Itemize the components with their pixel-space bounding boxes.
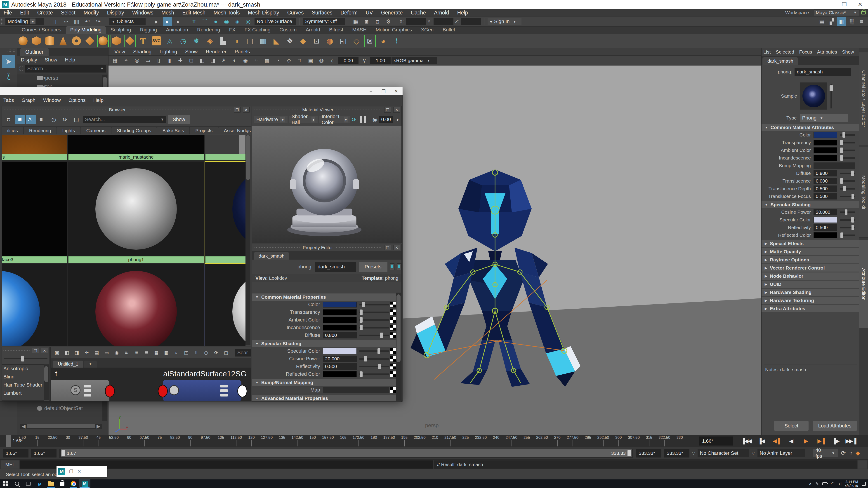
material-swatch-particlecloud1[interactable]: particleCloud1 <box>205 135 246 160</box>
poly-disc-icon[interactable] <box>97 35 109 47</box>
hypershade-menu-window[interactable]: Window <box>43 97 61 103</box>
step-forward-key-button[interactable]: ▶▐ <box>813 436 828 446</box>
maximize-button[interactable]: ❐ <box>836 0 852 9</box>
ae-section-extra-attributes[interactable]: ▶Extra Attributes <box>762 305 859 312</box>
ae-ambient-color-slider[interactable] <box>840 147 855 153</box>
node-output-port[interactable] <box>237 385 247 397</box>
lighting-icon[interactable]: ☀ <box>219 56 229 65</box>
menu-arnold[interactable]: Arnold <box>434 10 449 15</box>
pen-icon[interactable]: ✎ <box>815 481 819 486</box>
select-by-component-icon[interactable]: ▸ <box>174 17 183 26</box>
quad-draw-icon[interactable]: ⊡ <box>311 35 322 47</box>
browser-tab-rendering[interactable]: Rendering <box>24 127 57 134</box>
ae-section-node-behavior[interactable]: ▶Node Behavior <box>762 272 859 280</box>
material-swatch[interactable] <box>2 264 67 346</box>
toolbox-grip[interactable] <box>7 49 16 53</box>
shelf-tab-poly-modeling[interactable]: Poly Modeling <box>66 26 106 34</box>
close-panel-icon[interactable]: ✕ <box>393 245 400 250</box>
2d-pan-zoom-icon[interactable]: ▭ <box>143 56 153 65</box>
minimize-button[interactable]: – <box>820 0 836 9</box>
grid-toggle-icon[interactable]: ⌗ <box>295 56 305 65</box>
hypershade-minimize-button[interactable]: – <box>365 87 377 95</box>
menu-edit-mesh[interactable]: Edit Mesh <box>182 10 205 15</box>
target-weld-icon[interactable]: ◆ <box>297 35 309 47</box>
create-vscrollbar[interactable] <box>44 364 49 400</box>
texture-map-icon[interactable] <box>390 356 396 362</box>
exposure-field[interactable]: 0.00 <box>338 57 359 64</box>
go-to-start-button[interactable]: ▐◀◀ <box>739 436 754 446</box>
ae-translucence-depth-slider[interactable] <box>840 186 855 192</box>
side-tab-attribute-editor[interactable]: Attribute Editor <box>859 240 868 328</box>
image-plane-icon[interactable]: ◎ <box>132 56 142 65</box>
pe-reflected-color-slider[interactable] <box>360 371 389 377</box>
outliner-item-defaultObjectSet[interactable]: defaultObjectSet <box>17 404 83 413</box>
multisample-icon[interactable]: ▩ <box>262 56 272 65</box>
ambient-occlusion-icon[interactable]: ◉ <box>241 56 250 65</box>
texture-map-icon[interactable] <box>390 325 396 330</box>
outliner-search-input[interactable]: Search... ▼ <box>25 65 106 72</box>
pe-material-name-field[interactable]: dark_smash <box>315 262 356 272</box>
menu-create[interactable]: Create <box>37 10 53 15</box>
chevron-down-icon[interactable]: ▽ <box>692 451 695 455</box>
poly-plane-icon[interactable] <box>84 35 96 47</box>
menu-curves[interactable]: Curves <box>287 10 304 15</box>
menu-file[interactable]: File <box>4 10 12 15</box>
shelf-tab-rigging[interactable]: Rigging <box>135 26 162 34</box>
viewport-menu-show[interactable]: Show <box>185 49 197 55</box>
auto-keyframe-icon[interactable]: ◆ <box>856 450 860 457</box>
ne-input-output-icon[interactable]: ▣ <box>53 348 61 357</box>
script-editor-icon[interactable]: ≣ <box>858 460 867 468</box>
viewport-menu-panels[interactable]: Panels <box>235 49 250 55</box>
texture-map-icon[interactable] <box>390 348 396 354</box>
hud-icon[interactable]: ▣ <box>306 56 315 65</box>
playhead[interactable] <box>6 435 11 447</box>
playback-options-icon[interactable]: ⟳ <box>841 450 846 457</box>
shader-ball-preview[interactable] <box>252 126 401 243</box>
menu-surfaces[interactable]: Surfaces <box>312 10 333 15</box>
center-pivot-icon[interactable]: ❄ <box>191 35 202 47</box>
ae-color-swatch[interactable] <box>813 132 837 138</box>
material-swatch[interactable] <box>205 264 246 346</box>
ae-reflected-color-slider[interactable] <box>840 232 855 238</box>
material-swatch-mario-mustache[interactable]: mario_mustache <box>68 135 204 160</box>
show-output-connections-icon[interactable] <box>397 263 401 270</box>
volume-icon[interactable]: ◁ <box>838 481 841 486</box>
hypershade-close-button[interactable]: ✕ <box>390 87 403 95</box>
ipr-render-icon[interactable]: ◘ <box>373 17 382 26</box>
poly-sphere-icon[interactable] <box>17 35 29 47</box>
floating-mini-window[interactable]: M ❐ ✕ <box>57 466 107 477</box>
shelf-tab-bifrost[interactable]: Bifrost <box>324 26 348 34</box>
ae-diffuse-field[interactable]: 0.800 <box>813 170 837 176</box>
texture-map-icon[interactable] <box>390 332 396 338</box>
ae-menu-list[interactable]: List <box>763 49 771 55</box>
pe-map-field[interactable] <box>323 387 389 393</box>
pe-section-common-material-properties[interactable]: ▼Common Material Properties <box>252 293 396 301</box>
material-swatch-dark-smash[interactable]: dark_smash <box>205 162 246 263</box>
character-set-dropdown[interactable]: No Character Set <box>698 449 749 457</box>
taskbar-store-icon[interactable] <box>57 480 68 488</box>
pe-reflectivity-field[interactable]: 0.500 <box>323 363 357 369</box>
ae-menu-show[interactable]: Show <box>842 49 854 55</box>
ae-ambient-color-swatch[interactable] <box>813 147 837 153</box>
taskbar-clock[interactable]: 2:14 PM 4/3/2019 <box>845 480 858 488</box>
battery-icon[interactable] <box>822 482 827 485</box>
workspace-dropdown[interactable]: Maya Classic*▼ <box>814 9 859 16</box>
network-icon[interactable]: ◠ <box>831 481 835 486</box>
ne-bookmark-icon[interactable]: ◷ <box>202 348 211 357</box>
material-swatch-phong1[interactable]: phong1 <box>68 162 204 263</box>
svg-tool-icon[interactable]: SVG <box>151 35 162 47</box>
pe-color-slider[interactable] <box>360 301 389 308</box>
shelf-tab-animation[interactable]: Animation <box>161 26 193 34</box>
node-editor-search-input[interactable]: Sear <box>235 349 251 357</box>
isolate-select-icon[interactable]: ◇ <box>284 56 294 65</box>
swatch-size-slider[interactable] <box>2 354 49 363</box>
shelf-tab-fx[interactable]: FX <box>225 26 240 34</box>
float-panel-icon[interactable]: ❐ <box>384 107 391 112</box>
mesh-cleanup-icon[interactable]: ◕ <box>377 35 389 47</box>
uv-editor-icon[interactable]: ▞ <box>827 17 836 26</box>
outliner-tab[interactable]: Outliner <box>20 48 49 56</box>
select-button[interactable]: Select <box>774 421 809 431</box>
pe-section-advanced-material-properties[interactable]: ▼Advanced Material Properties <box>252 395 396 401</box>
bridge-icon[interactable]: ▥ <box>257 35 269 47</box>
browser-tab-ilities[interactable]: ilities <box>2 127 23 134</box>
